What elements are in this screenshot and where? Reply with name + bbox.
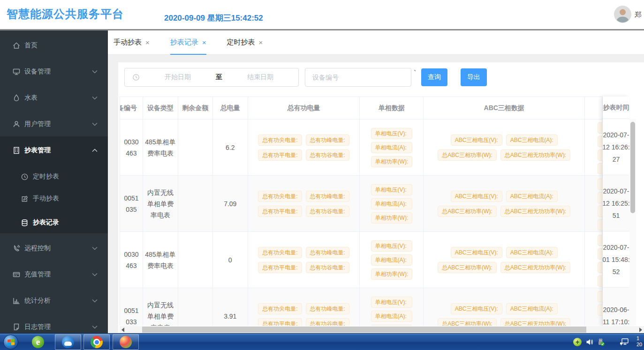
three-phase-tag: 总ABC三相无功功率(W): bbox=[500, 262, 570, 273]
end-date-placeholder[interactable]: 结束日期 bbox=[222, 73, 298, 82]
cell-read-time: 2020-07- 12 16:25: 51 bbox=[603, 175, 629, 231]
tab-reading-records[interactable]: 抄表记录 × bbox=[170, 30, 206, 55]
single-phase-tag: 单相功率(W): bbox=[371, 325, 413, 326]
tab-close-icon[interactable]: × bbox=[145, 38, 150, 46]
clipped-tag bbox=[598, 262, 603, 273]
cell-total-energy: 6.2 bbox=[226, 142, 235, 153]
taskbar-button-chrome[interactable] bbox=[83, 334, 110, 350]
tab-scheduled-reading[interactable]: 定时抄表 × bbox=[227, 30, 263, 55]
table-row[interactable]: 0030 463 485单相单费率电表 0 总有功尖电量: 总有功峰电量: 总有… bbox=[120, 232, 603, 288]
clipped-tag bbox=[598, 248, 603, 260]
taskbar: e + 1 20 bbox=[0, 333, 644, 350]
query-button[interactable]: 查询 bbox=[421, 68, 447, 86]
fixed-read-time-column: 抄表时间 2020-07- 12 16:26: 27 2020-07- 12 1… bbox=[603, 97, 629, 326]
chevron-down-icon bbox=[92, 70, 98, 74]
sidebar-subitem-scheduled-reading[interactable]: 定时抄表 bbox=[0, 165, 108, 188]
sidebar-item-device-mgmt[interactable]: 设备管理 bbox=[0, 59, 108, 85]
clipped-tag bbox=[598, 219, 603, 231]
sidebar-item-home[interactable]: 首页 bbox=[0, 32, 108, 59]
cell-device-number: 0030 463 bbox=[121, 136, 142, 159]
vertical-scrollbar-thumb[interactable] bbox=[630, 122, 635, 213]
date-range-separator: 至 bbox=[216, 73, 222, 82]
sidebar-item-remote-control[interactable]: 远程控制 bbox=[0, 235, 108, 261]
three-phase-tag: ABC三相电流(A): bbox=[506, 247, 558, 258]
export-button[interactable]: 导出 bbox=[461, 68, 487, 86]
energy-tag: 总有功峰电量: bbox=[306, 247, 349, 258]
volume-icon[interactable] bbox=[585, 338, 594, 346]
remote-phone-icon bbox=[12, 244, 21, 253]
col-active-energy: 总有功电量 bbox=[248, 97, 360, 119]
sidebar-item-recharge-mgmt[interactable]: 充值管理 bbox=[0, 261, 108, 288]
taskbar-button-qq-browser[interactable] bbox=[55, 334, 81, 350]
taskbar-button-media-app[interactable] bbox=[113, 334, 139, 350]
monitor-icon bbox=[12, 67, 21, 76]
cell-total-energy: 3.91 bbox=[224, 311, 236, 322]
clipped-tag bbox=[598, 122, 603, 134]
avatar[interactable] bbox=[614, 6, 631, 22]
cell-device-type: 内置无线单相单费率电表 bbox=[145, 187, 176, 221]
chevron-up-icon bbox=[92, 149, 98, 152]
energy-tag: 总有功谷电量: bbox=[306, 262, 349, 273]
col-balance: 剩余金额 bbox=[178, 97, 213, 119]
start-date-placeholder[interactable]: 开始日期 bbox=[140, 73, 216, 82]
col-read-time: 抄表时间 bbox=[603, 97, 629, 119]
energy-tag: 总有功尖电量: bbox=[258, 134, 302, 146]
tab-close-icon[interactable]: × bbox=[259, 38, 263, 46]
usb-device-icon[interactable] bbox=[597, 338, 605, 346]
energy-tag: 总有功峰电量: bbox=[306, 134, 349, 146]
cell-device-type: 485单相单费率电表 bbox=[145, 136, 176, 159]
avatar-photo-icon bbox=[614, 6, 631, 22]
windows-logo-icon bbox=[8, 339, 15, 346]
tab-close-icon[interactable]: × bbox=[202, 38, 206, 46]
sidebar-subitem-reading-records[interactable]: 抄表记录 bbox=[0, 211, 108, 234]
taskbar-clock[interactable]: 1 20 bbox=[636, 335, 644, 349]
three-phase-tag: ABC三相电流(A): bbox=[506, 303, 558, 314]
col-total-energy: 总电量 bbox=[213, 97, 248, 119]
water-drop-icon bbox=[12, 94, 21, 102]
safety-tray-icon[interactable]: + bbox=[573, 338, 582, 346]
chevron-down-icon bbox=[92, 246, 98, 250]
energy-tag: 总有功平电量: bbox=[258, 262, 302, 273]
three-phase-tag: 总ABC三相功率(W): bbox=[438, 318, 496, 326]
chevron-down-icon bbox=[92, 273, 98, 276]
energy-tag: 总有功谷电量: bbox=[306, 206, 349, 217]
clipped-tag bbox=[598, 136, 603, 147]
sidebar-subitem-label: 手动抄表 bbox=[33, 194, 59, 203]
sidebar-item-user-mgmt[interactable]: 用户管理 bbox=[0, 111, 108, 137]
col-single-phase: 单相数据 bbox=[360, 97, 424, 119]
sidebar-item-meter-reading-mgmt[interactable]: 抄表管理 bbox=[0, 137, 108, 164]
sidebar-item-water-meter[interactable]: 水表 bbox=[0, 85, 108, 111]
energy-tag: 总有功尖电量: bbox=[258, 303, 302, 314]
horizontal-scrollbar[interactable] bbox=[120, 326, 644, 333]
clipped-tag bbox=[598, 305, 603, 316]
app-header: 智慧能源公共服务平台 2020-09-09 星期三15:42:52 郑 bbox=[0, 0, 644, 29]
device-number-input[interactable] bbox=[305, 68, 411, 87]
clipped-tag bbox=[598, 163, 603, 174]
energy-tag: 总有功平电量: bbox=[258, 149, 302, 161]
sidebar-subitem-manual-reading[interactable]: 手动抄表 bbox=[0, 187, 108, 210]
table-row[interactable]: 0030 463 485单相单费率电表 6.2 总有功尖电量: 总有功峰电量: … bbox=[120, 119, 603, 176]
sidebar-item-log-mgmt[interactable]: 日志管理 bbox=[0, 314, 108, 333]
clipped-tag bbox=[598, 149, 603, 161]
sidebar-item-statistics[interactable]: 统计分析 bbox=[0, 288, 108, 314]
cell-device-number: 0051 033 bbox=[121, 305, 142, 326]
tab-manual-reading[interactable]: 手动抄表 × bbox=[114, 30, 150, 55]
card-icon bbox=[12, 270, 21, 279]
col-device-number: 设备编号 bbox=[120, 97, 143, 119]
network-icon[interactable] bbox=[619, 338, 629, 346]
scroll-left-arrow-icon[interactable] bbox=[121, 328, 124, 332]
horizontal-scrollbar-thumb[interactable] bbox=[142, 327, 586, 333]
chevron-down-icon bbox=[92, 122, 98, 126]
browser-360-icon[interactable]: e bbox=[32, 336, 44, 348]
vertical-scrollbar[interactable] bbox=[629, 119, 636, 326]
user-name[interactable]: 郑 bbox=[635, 10, 642, 19]
energy-tag: 总有功谷电量: bbox=[306, 318, 349, 326]
start-button[interactable] bbox=[3, 335, 18, 350]
scroll-right-arrow-icon[interactable] bbox=[639, 328, 642, 332]
clock-time: 1 bbox=[636, 335, 644, 342]
table-row[interactable]: 0051 033 内置无线单相单费率电表 3.91 总有功尖电量: 总有功峰电量… bbox=[120, 288, 603, 326]
chevron-down-icon bbox=[92, 96, 98, 100]
table-row[interactable]: 0051 035 内置无线单相单费率电表 7.09 总有功尖电量: 总有功峰电量… bbox=[120, 176, 603, 232]
date-range-picker[interactable]: 开始日期 至 结束日期 bbox=[124, 68, 299, 87]
chrome-icon bbox=[91, 336, 103, 348]
